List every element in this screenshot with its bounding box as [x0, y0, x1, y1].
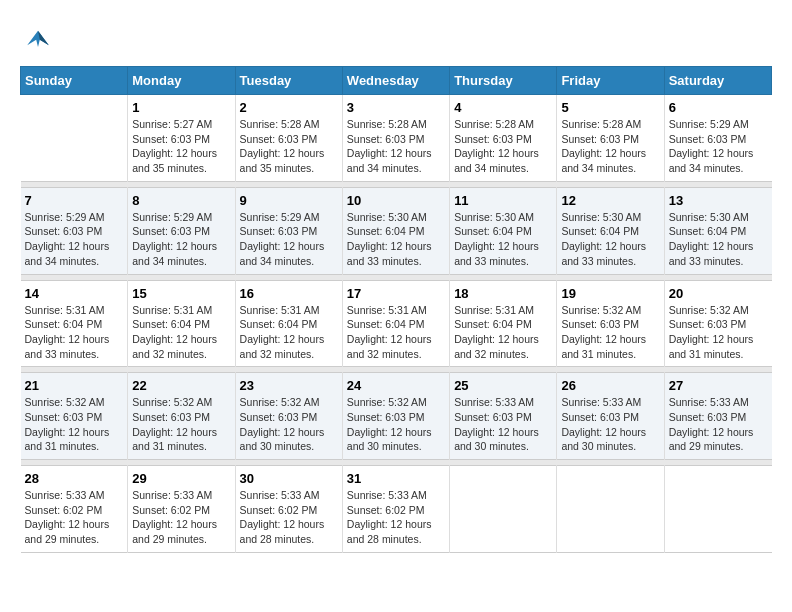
calendar-cell — [21, 95, 128, 182]
calendar-cell: 7Sunrise: 5:29 AMSunset: 6:03 PMDaylight… — [21, 187, 128, 274]
day-info: Sunrise: 5:33 AMSunset: 6:03 PMDaylight:… — [669, 395, 768, 454]
day-number: 14 — [25, 286, 124, 301]
calendar-cell: 6Sunrise: 5:29 AMSunset: 6:03 PMDaylight… — [664, 95, 771, 182]
day-number: 20 — [669, 286, 768, 301]
day-info: Sunrise: 5:32 AMSunset: 6:03 PMDaylight:… — [347, 395, 445, 454]
day-info: Sunrise: 5:29 AMSunset: 6:03 PMDaylight:… — [240, 210, 338, 269]
day-info: Sunrise: 5:33 AMSunset: 6:03 PMDaylight:… — [454, 395, 552, 454]
day-number: 12 — [561, 193, 659, 208]
day-info: Sunrise: 5:28 AMSunset: 6:03 PMDaylight:… — [454, 117, 552, 176]
calendar-week-3: 14Sunrise: 5:31 AMSunset: 6:04 PMDayligh… — [21, 280, 772, 367]
day-number: 18 — [454, 286, 552, 301]
day-number: 5 — [561, 100, 659, 115]
calendar-cell: 8Sunrise: 5:29 AMSunset: 6:03 PMDaylight… — [128, 187, 235, 274]
header-day-wednesday: Wednesday — [342, 67, 449, 95]
day-info: Sunrise: 5:31 AMSunset: 6:04 PMDaylight:… — [454, 303, 552, 362]
day-number: 9 — [240, 193, 338, 208]
day-number: 13 — [669, 193, 768, 208]
day-number: 2 — [240, 100, 338, 115]
calendar-week-4: 21Sunrise: 5:32 AMSunset: 6:03 PMDayligh… — [21, 373, 772, 460]
calendar-cell: 25Sunrise: 5:33 AMSunset: 6:03 PMDayligh… — [450, 373, 557, 460]
calendar-cell: 30Sunrise: 5:33 AMSunset: 6:02 PMDayligh… — [235, 466, 342, 553]
calendar-cell: 18Sunrise: 5:31 AMSunset: 6:04 PMDayligh… — [450, 280, 557, 367]
day-number: 29 — [132, 471, 230, 486]
day-info: Sunrise: 5:31 AMSunset: 6:04 PMDaylight:… — [240, 303, 338, 362]
day-number: 17 — [347, 286, 445, 301]
calendar-cell — [557, 466, 664, 553]
day-info: Sunrise: 5:27 AMSunset: 6:03 PMDaylight:… — [132, 117, 230, 176]
header-day-thursday: Thursday — [450, 67, 557, 95]
day-number: 26 — [561, 378, 659, 393]
day-info: Sunrise: 5:30 AMSunset: 6:04 PMDaylight:… — [561, 210, 659, 269]
calendar-table: SundayMondayTuesdayWednesdayThursdayFrid… — [20, 66, 772, 553]
calendar-cell: 12Sunrise: 5:30 AMSunset: 6:04 PMDayligh… — [557, 187, 664, 274]
day-number: 25 — [454, 378, 552, 393]
day-info: Sunrise: 5:29 AMSunset: 6:03 PMDaylight:… — [25, 210, 124, 269]
day-info: Sunrise: 5:30 AMSunset: 6:04 PMDaylight:… — [454, 210, 552, 269]
day-number: 28 — [25, 471, 124, 486]
calendar-cell: 27Sunrise: 5:33 AMSunset: 6:03 PMDayligh… — [664, 373, 771, 460]
day-number: 22 — [132, 378, 230, 393]
calendar-cell: 11Sunrise: 5:30 AMSunset: 6:04 PMDayligh… — [450, 187, 557, 274]
day-info: Sunrise: 5:31 AMSunset: 6:04 PMDaylight:… — [347, 303, 445, 362]
day-info: Sunrise: 5:33 AMSunset: 6:02 PMDaylight:… — [132, 488, 230, 547]
day-info: Sunrise: 5:33 AMSunset: 6:02 PMDaylight:… — [25, 488, 124, 547]
day-info: Sunrise: 5:31 AMSunset: 6:04 PMDaylight:… — [25, 303, 124, 362]
logo — [20, 20, 60, 56]
day-number: 6 — [669, 100, 768, 115]
calendar-week-1: 1Sunrise: 5:27 AMSunset: 6:03 PMDaylight… — [21, 95, 772, 182]
calendar-cell: 16Sunrise: 5:31 AMSunset: 6:04 PMDayligh… — [235, 280, 342, 367]
header-day-tuesday: Tuesday — [235, 67, 342, 95]
day-info: Sunrise: 5:32 AMSunset: 6:03 PMDaylight:… — [25, 395, 124, 454]
day-info: Sunrise: 5:32 AMSunset: 6:03 PMDaylight:… — [669, 303, 768, 362]
calendar-week-5: 28Sunrise: 5:33 AMSunset: 6:02 PMDayligh… — [21, 466, 772, 553]
day-number: 16 — [240, 286, 338, 301]
day-info: Sunrise: 5:29 AMSunset: 6:03 PMDaylight:… — [132, 210, 230, 269]
header-day-monday: Monday — [128, 67, 235, 95]
calendar-cell: 21Sunrise: 5:32 AMSunset: 6:03 PMDayligh… — [21, 373, 128, 460]
day-info: Sunrise: 5:33 AMSunset: 6:02 PMDaylight:… — [347, 488, 445, 547]
calendar-cell: 14Sunrise: 5:31 AMSunset: 6:04 PMDayligh… — [21, 280, 128, 367]
calendar-cell — [664, 466, 771, 553]
calendar-cell: 5Sunrise: 5:28 AMSunset: 6:03 PMDaylight… — [557, 95, 664, 182]
day-info: Sunrise: 5:28 AMSunset: 6:03 PMDaylight:… — [561, 117, 659, 176]
calendar-cell: 19Sunrise: 5:32 AMSunset: 6:03 PMDayligh… — [557, 280, 664, 367]
calendar-cell: 31Sunrise: 5:33 AMSunset: 6:02 PMDayligh… — [342, 466, 449, 553]
day-info: Sunrise: 5:32 AMSunset: 6:03 PMDaylight:… — [132, 395, 230, 454]
day-number: 15 — [132, 286, 230, 301]
day-number: 10 — [347, 193, 445, 208]
calendar-cell: 28Sunrise: 5:33 AMSunset: 6:02 PMDayligh… — [21, 466, 128, 553]
header-day-sunday: Sunday — [21, 67, 128, 95]
calendar-cell: 17Sunrise: 5:31 AMSunset: 6:04 PMDayligh… — [342, 280, 449, 367]
day-info: Sunrise: 5:30 AMSunset: 6:04 PMDaylight:… — [669, 210, 768, 269]
day-info: Sunrise: 5:33 AMSunset: 6:03 PMDaylight:… — [561, 395, 659, 454]
calendar-cell: 1Sunrise: 5:27 AMSunset: 6:03 PMDaylight… — [128, 95, 235, 182]
calendar-cell: 22Sunrise: 5:32 AMSunset: 6:03 PMDayligh… — [128, 373, 235, 460]
calendar-cell: 24Sunrise: 5:32 AMSunset: 6:03 PMDayligh… — [342, 373, 449, 460]
day-number: 3 — [347, 100, 445, 115]
header-day-friday: Friday — [557, 67, 664, 95]
calendar-week-2: 7Sunrise: 5:29 AMSunset: 6:03 PMDaylight… — [21, 187, 772, 274]
day-number: 4 — [454, 100, 552, 115]
day-number: 11 — [454, 193, 552, 208]
day-number: 30 — [240, 471, 338, 486]
day-number: 8 — [132, 193, 230, 208]
day-info: Sunrise: 5:33 AMSunset: 6:02 PMDaylight:… — [240, 488, 338, 547]
calendar-cell: 10Sunrise: 5:30 AMSunset: 6:04 PMDayligh… — [342, 187, 449, 274]
header — [20, 20, 772, 56]
page-container: SundayMondayTuesdayWednesdayThursdayFrid… — [20, 20, 772, 553]
calendar-cell — [450, 466, 557, 553]
day-info: Sunrise: 5:32 AMSunset: 6:03 PMDaylight:… — [561, 303, 659, 362]
day-number: 27 — [669, 378, 768, 393]
header-day-saturday: Saturday — [664, 67, 771, 95]
day-info: Sunrise: 5:30 AMSunset: 6:04 PMDaylight:… — [347, 210, 445, 269]
day-info: Sunrise: 5:31 AMSunset: 6:04 PMDaylight:… — [132, 303, 230, 362]
day-number: 23 — [240, 378, 338, 393]
day-number: 24 — [347, 378, 445, 393]
day-number: 1 — [132, 100, 230, 115]
day-number: 31 — [347, 471, 445, 486]
day-number: 7 — [25, 193, 124, 208]
calendar-cell: 4Sunrise: 5:28 AMSunset: 6:03 PMDaylight… — [450, 95, 557, 182]
calendar-cell: 3Sunrise: 5:28 AMSunset: 6:03 PMDaylight… — [342, 95, 449, 182]
calendar-cell: 29Sunrise: 5:33 AMSunset: 6:02 PMDayligh… — [128, 466, 235, 553]
